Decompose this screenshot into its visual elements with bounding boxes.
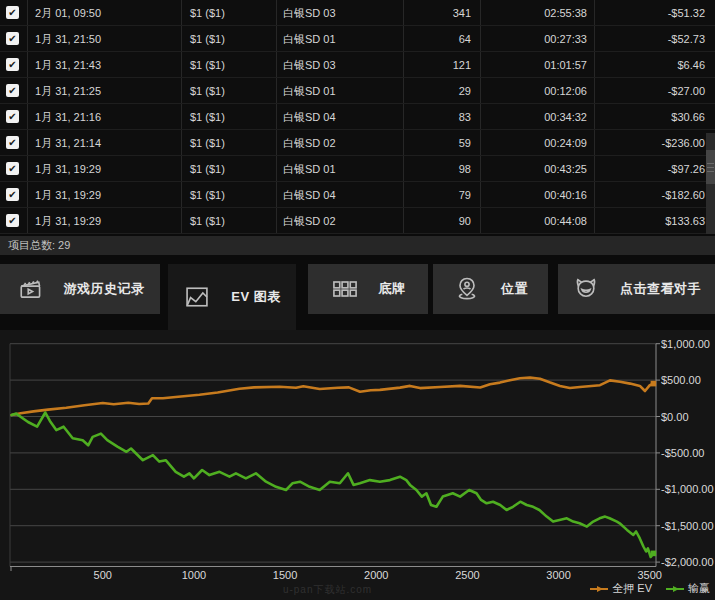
session-duration-cell: 00:24:09 bbox=[481, 130, 595, 155]
session-won-cell: -$236.00 bbox=[595, 130, 715, 155]
session-date-cell: 2月 01, 09:50 bbox=[28, 0, 182, 25]
session-stakes-cell: $1 ($1) bbox=[182, 26, 277, 51]
table-row[interactable]: ✔1月 31, 19:29$1 ($1)白银SD 047900:40:16-$1… bbox=[0, 182, 715, 208]
session-duration-cell: 00:34:32 bbox=[481, 104, 595, 129]
gridlines bbox=[10, 344, 660, 571]
table-row[interactable]: ✔1月 31, 19:29$1 ($1)白银SD 019800:43:25-$9… bbox=[0, 156, 715, 182]
table-row[interactable]: ✔1月 31, 21:25$1 ($1)白银SD 012900:12:06-$2… bbox=[0, 78, 715, 104]
table-row[interactable]: ✔1月 31, 19:29$1 ($1)白银SD 029000:44:08$13… bbox=[0, 208, 715, 234]
tab-view-opponents[interactable]: 点击查看对手 bbox=[558, 264, 715, 314]
legend-item-ev: 全押 EV bbox=[590, 581, 652, 596]
svg-text:2500: 2500 bbox=[455, 569, 479, 581]
legend-label-ev: 全押 EV bbox=[612, 581, 652, 596]
svg-text:1500: 1500 bbox=[273, 569, 297, 581]
tab-ev-chart[interactable]: EV 图表 bbox=[168, 264, 296, 330]
ev-chart-panel: $1,000.00$500.00$0.00-$500.00-$1,000.00-… bbox=[0, 330, 715, 600]
checkbox-cell: ✔ bbox=[0, 0, 28, 25]
tab-strip: 游戏历史记录 EV 图表 底牌 位置 bbox=[0, 264, 715, 330]
row-checkbox[interactable]: ✔ bbox=[6, 110, 19, 123]
row-checkbox[interactable]: ✔ bbox=[6, 188, 19, 201]
row-checkbox[interactable]: ✔ bbox=[6, 162, 19, 175]
location-pin-icon bbox=[453, 275, 481, 303]
svg-text:-$2,000.00: -$2,000.00 bbox=[661, 556, 714, 568]
table-row[interactable]: ✔1月 31, 21:14$1 ($1)白银SD 025900:24:09-$2… bbox=[0, 130, 715, 156]
tab-game-history[interactable]: 游戏历史记录 bbox=[0, 264, 160, 314]
session-hands-cell: 90 bbox=[404, 208, 481, 233]
session-table-name-cell: 白银SD 02 bbox=[277, 130, 404, 155]
session-hands-cell: 64 bbox=[404, 26, 481, 51]
session-stakes-cell: $1 ($1) bbox=[182, 208, 277, 233]
scrollbar-grip-line bbox=[707, 163, 714, 164]
tab-label: 位置 bbox=[501, 280, 528, 298]
session-stakes-cell: $1 ($1) bbox=[182, 130, 277, 155]
tab-label: 游戏历史记录 bbox=[64, 280, 145, 298]
status-bar: 项目总数: 29 bbox=[0, 236, 715, 255]
tab-hole-cards[interactable]: 底牌 bbox=[308, 264, 428, 314]
session-won-cell: $30.66 bbox=[595, 104, 715, 129]
svg-text:$500.00: $500.00 bbox=[661, 374, 701, 386]
table-scrollbar-track[interactable] bbox=[706, 133, 715, 234]
session-date-cell: 1月 31, 21:50 bbox=[28, 26, 182, 51]
session-won-cell: $133.63 bbox=[595, 208, 715, 233]
session-stakes-cell: $1 ($1) bbox=[182, 52, 277, 77]
devil-face-icon bbox=[572, 275, 600, 303]
svg-text:$0.00: $0.00 bbox=[661, 411, 689, 423]
session-table-name-cell: 白银SD 01 bbox=[277, 156, 404, 181]
session-date-cell: 1月 31, 21:25 bbox=[28, 78, 182, 103]
clapperboard-icon bbox=[16, 275, 44, 303]
row-checkbox[interactable]: ✔ bbox=[6, 32, 19, 45]
svg-text:-$500.00: -$500.00 bbox=[661, 447, 704, 459]
session-table-name-cell: 白银SD 01 bbox=[277, 26, 404, 51]
svg-text:-$1,500.00: -$1,500.00 bbox=[661, 520, 714, 532]
session-stakes-cell: $1 ($1) bbox=[182, 156, 277, 181]
row-checkbox[interactable]: ✔ bbox=[6, 136, 19, 149]
session-stakes-cell: $1 ($1) bbox=[182, 182, 277, 207]
series-lines bbox=[12, 378, 657, 557]
watermark-text: u-pan下载站.com bbox=[0, 583, 655, 597]
svg-text:-$1,000.00: -$1,000.00 bbox=[661, 483, 714, 495]
svg-text:1000: 1000 bbox=[182, 569, 206, 581]
session-duration-cell: 00:43:25 bbox=[481, 156, 595, 181]
session-won-cell: -$51.32 bbox=[595, 0, 715, 25]
session-table-name-cell: 白银SD 01 bbox=[277, 78, 404, 103]
tab-position[interactable]: 位置 bbox=[433, 264, 548, 314]
session-stakes-cell: $1 ($1) bbox=[182, 104, 277, 129]
row-checkbox[interactable]: ✔ bbox=[6, 84, 19, 97]
table-row[interactable]: ✔1月 31, 21:16$1 ($1)白银SD 048300:34:32$30… bbox=[0, 104, 715, 130]
checkbox-cell: ✔ bbox=[0, 104, 28, 129]
session-won-cell: -$97.26 bbox=[595, 156, 715, 181]
session-won-cell: -$182.60 bbox=[595, 182, 715, 207]
checkbox-cell: ✔ bbox=[0, 208, 28, 233]
session-table-name-cell: 白银SD 02 bbox=[277, 208, 404, 233]
checkbox-cell: ✔ bbox=[0, 156, 28, 181]
checkbox-cell: ✔ bbox=[0, 52, 28, 77]
session-duration-cell: 02:55:38 bbox=[481, 0, 595, 25]
grid-icon bbox=[331, 275, 359, 303]
table-row[interactable]: ✔2月 01, 09:50$1 ($1)白银SD 0334102:55:38-$… bbox=[0, 0, 715, 26]
session-date-cell: 1月 31, 21:14 bbox=[28, 130, 182, 155]
table-row[interactable]: ✔1月 31, 21:50$1 ($1)白银SD 016400:27:33-$5… bbox=[0, 26, 715, 52]
table-row[interactable]: ✔1月 31, 21:43$1 ($1)白银SD 0312101:01:57$6… bbox=[0, 52, 715, 78]
svg-text:3000: 3000 bbox=[546, 569, 570, 581]
line-chart-icon bbox=[183, 283, 211, 311]
checkbox-cell: ✔ bbox=[0, 26, 28, 51]
session-table-name-cell: 白银SD 04 bbox=[277, 182, 404, 207]
total-items-label: 项目总数: 29 bbox=[8, 239, 70, 251]
session-hands-cell: 29 bbox=[404, 78, 481, 103]
session-duration-cell: 00:44:08 bbox=[481, 208, 595, 233]
session-stakes-cell: $1 ($1) bbox=[182, 78, 277, 103]
tab-label: EV 图表 bbox=[231, 288, 280, 306]
session-hands-cell: 79 bbox=[404, 182, 481, 207]
session-table-name-cell: 白银SD 03 bbox=[277, 0, 404, 25]
tab-label: 底牌 bbox=[379, 280, 406, 298]
row-checkbox[interactable]: ✔ bbox=[6, 214, 19, 227]
row-checkbox[interactable]: ✔ bbox=[6, 6, 19, 19]
session-table: ✔2月 01, 09:50$1 ($1)白银SD 0334102:55:38-$… bbox=[0, 0, 715, 234]
svg-text:500: 500 bbox=[94, 569, 112, 581]
session-hands-cell: 98 bbox=[404, 156, 481, 181]
chart-legend: 全押 EV 输赢 bbox=[590, 581, 710, 596]
session-won-cell: -$27.00 bbox=[595, 78, 715, 103]
svg-text:$1,000.00: $1,000.00 bbox=[661, 338, 710, 350]
table-scrollbar-thumb[interactable] bbox=[706, 150, 715, 184]
row-checkbox[interactable]: ✔ bbox=[6, 58, 19, 71]
